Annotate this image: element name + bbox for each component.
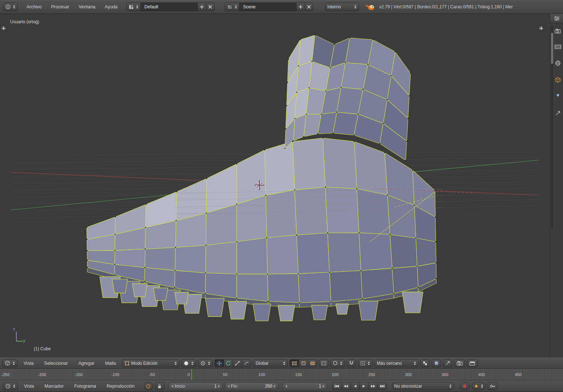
opengl-render-still-button[interactable] [454,359,465,367]
gl-flip-button[interactable] [443,359,452,367]
opengl-render-anim-button[interactable] [467,359,478,367]
scene-name-field[interactable]: Scene [239,3,297,11]
scene-browse-button[interactable] [225,3,240,11]
properties-header[interactable] [550,14,563,23]
transform-orientation-dropdown[interactable]: Global [253,359,288,367]
keying-set-dropdown[interactable] [472,382,486,390]
proportional-edit-dropdown[interactable] [330,359,345,367]
manipulator-extra-button[interactable] [242,359,251,367]
screen-layout-browse-button[interactable] [126,3,141,11]
snap-toggle-button[interactable] [347,359,356,367]
decrement-icon[interactable] [285,385,287,388]
manipulator-translate-button[interactable] [215,359,224,367]
editor-type-button-timeline[interactable] [3,382,18,390]
close-icon [208,5,212,9]
play-button[interactable] [359,382,369,390]
chevron-updown-icon [354,5,356,9]
snap-peel-button[interactable] [420,359,430,367]
ruler-tick-label: -100 [111,372,119,377]
editor-type-button-info[interactable] [3,3,18,11]
vertex-select-button[interactable] [290,359,299,367]
ruler-tick-label: -250 [1,372,9,377]
modifier-wrench-icon[interactable] [555,94,561,99]
prev-keyframe-button[interactable] [341,382,351,390]
menu-ventana[interactable]: Ventana [74,3,100,11]
current-frame-field[interactable]: 1 [282,382,327,390]
face-select-button[interactable] [308,359,317,367]
edge-select-icon [301,361,306,366]
increment-icon[interactable] [323,385,325,388]
lock-frame-range-button[interactable] [155,382,164,390]
menu-reproduccion[interactable]: Reproducción [102,382,139,390]
screen-layout-delete-button[interactable] [206,3,215,11]
use-preview-range-button[interactable] [144,382,153,390]
manipulator-scale-button[interactable] [233,359,242,367]
chevron-updown-icon [13,362,15,365]
info-header: Archivo Procesar Ventana Ayuda Default S… [0,0,563,14]
edge-select-button[interactable] [299,359,308,367]
timeline-ruler[interactable]: -250-200-150-100-50050100150200250300350… [0,369,563,380]
mode-dropdown[interactable]: Modo Edición [122,359,179,367]
chevron-updown-icon [208,362,210,365]
menu-malla[interactable]: Malla [101,359,120,367]
playback-controls [332,382,387,390]
increment-icon[interactable] [274,385,276,388]
snap-target-dropdown[interactable]: Más cercano [374,359,419,367]
clock-icon [5,384,11,389]
snap-element-dropdown[interactable] [358,359,372,367]
auto-keyframe-record-button[interactable] [460,382,470,390]
axis-y-label: y [23,338,25,343]
decrement-icon[interactable] [228,385,229,388]
constraint-icon[interactable] [555,110,561,116]
scene-delete-button[interactable] [305,3,313,11]
render-layers-icon[interactable] [555,44,561,49]
decrement-icon[interactable] [171,385,173,388]
mesh-wireframe[interactable] [0,14,550,358]
object-icon[interactable] [555,77,561,83]
av-sync-dropdown[interactable]: No sincronizar [392,382,454,390]
translate-icon [217,361,222,366]
jump-to-end-button[interactable] [378,382,387,390]
increment-icon[interactable] [218,385,220,388]
menu-agregar[interactable]: Agregar [74,359,99,367]
chevron-updown-icon [481,384,483,388]
insert-keyframe-button[interactable] [487,382,498,390]
current-frame-marker[interactable] [191,369,192,380]
swap-arrows-icon [445,361,450,366]
viewport-shading-dropdown[interactable] [181,359,196,367]
frame-end-field[interactable]: Fin: 250 [225,382,278,390]
matcap-sphere-button[interactable] [432,359,441,367]
occlude-geometry-button[interactable] [319,359,329,367]
world-icon[interactable] [555,60,561,66]
keying-diamond-icon [474,384,478,388]
render-engine-dropdown[interactable]: Interno [325,3,359,11]
scene-add-button[interactable] [296,3,305,11]
preview-ring-icon [146,384,151,389]
menu-archivo[interactable]: Archivo [22,3,46,11]
region-expand-right-button[interactable] [538,25,544,31]
next-keyframe-button[interactable] [368,382,378,390]
screen-layout-add-button[interactable] [197,3,206,11]
menu-vista[interactable]: Vista [19,359,38,367]
render-camera-icon[interactable] [555,28,561,33]
magnet-icon [349,361,354,366]
region-expand-left-button[interactable] [1,25,6,31]
properties-editor-sliver[interactable] [550,14,563,358]
properties-scrollbar[interactable] [551,25,553,229]
3d-viewport[interactable]: Usuario (ortog) (1) Cube z y [0,14,550,358]
frame-start-field[interactable]: Inicio: 1 [168,382,223,390]
menu-marcador[interactable]: Marcador [40,382,68,390]
menu-fotograma[interactable]: Fotograma [70,382,100,390]
manipulator-rotate-button[interactable] [224,359,233,367]
menu-seleccionar[interactable]: Seleccionar [40,359,72,367]
frame-start-value: 1 [214,384,217,389]
play-reverse-button[interactable] [350,382,360,390]
scrollbar-thumb[interactable] [551,33,553,64]
screen-layout-name-field[interactable]: Default [140,3,198,11]
menu-procesar[interactable]: Procesar [47,3,74,11]
jump-to-start-button[interactable] [332,382,342,390]
editor-type-button-3dview[interactable] [2,359,17,367]
pivot-point-dropdown[interactable] [198,359,213,367]
menu-vista-timeline[interactable]: Vista [20,382,38,390]
menu-ayuda[interactable]: Ayuda [101,3,122,11]
